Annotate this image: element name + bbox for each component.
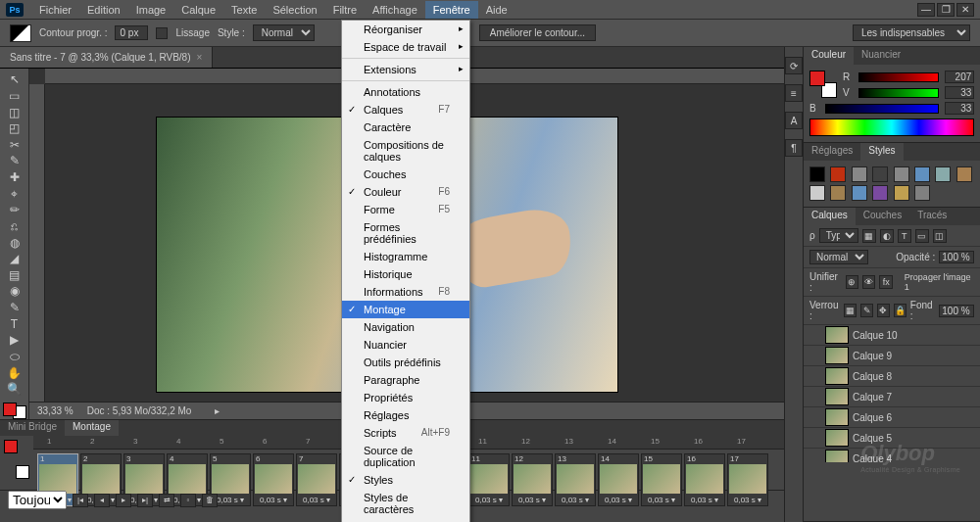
menu-item-formes-pr-d-finies[interactable]: Formes prédéfinies	[342, 218, 469, 248]
play-button[interactable]: ▸	[116, 494, 131, 507]
style-swatch-5[interactable]	[914, 166, 930, 182]
color-fgbg-swatch[interactable]	[809, 71, 837, 98]
menu-selection[interactable]: Sélection	[265, 1, 324, 19]
style-select[interactable]: Normal	[253, 24, 315, 41]
timeline-frame[interactable]: 130,03 s ▾	[555, 453, 596, 506]
tool-13[interactable]: ◉	[4, 284, 25, 299]
close-button[interactable]: ✕	[956, 3, 974, 17]
zoom-level[interactable]: 33,33 %	[37, 405, 74, 416]
menu-item-informations[interactable]: InformationsF8	[342, 283, 469, 301]
menu-item-historique[interactable]: Historique	[342, 265, 469, 283]
unify-style-icon[interactable]: fx	[879, 275, 892, 289]
properties-icon[interactable]: ≡	[785, 84, 803, 102]
channel-V-slider[interactable]	[858, 88, 939, 98]
maximize-button[interactable]: ❐	[937, 3, 955, 17]
lock-all-icon[interactable]: 🔒	[894, 304, 906, 317]
tab-montage[interactable]: Montage	[65, 420, 119, 436]
delete-frame-button[interactable]: 🗑	[202, 494, 218, 507]
menu-image[interactable]: Image	[128, 1, 174, 19]
tool-10[interactable]: ◍	[4, 235, 25, 250]
unify-pos-icon[interactable]: ⊕	[846, 275, 858, 289]
timeline-frame[interactable]: 140,03 s ▾	[598, 453, 639, 506]
timeline-frame[interactable]: 160,03 s ▾	[684, 453, 725, 506]
tab-mini-bridge[interactable]: Mini Bridge	[0, 420, 65, 436]
menu-fichier[interactable]: Fichier	[31, 1, 79, 19]
opacity-input[interactable]	[939, 251, 974, 263]
frame-duration[interactable]: 0,03 s ▾	[605, 495, 632, 505]
tool-preset-icon[interactable]	[10, 24, 31, 42]
tool-0[interactable]: ↖	[4, 72, 25, 87]
tool-16[interactable]: ▶	[4, 333, 25, 348]
menu-item-r-glages[interactable]: Réglages	[342, 406, 469, 424]
menu-texte[interactable]: Texte	[223, 1, 265, 19]
frame-duration[interactable]: 0,03 s ▾	[562, 495, 589, 505]
tool-2[interactable]: ◫	[4, 105, 25, 119]
menu-item-nuancier[interactable]: Nuancier	[342, 336, 469, 354]
blend-mode-select[interactable]: Normal	[809, 250, 868, 264]
channel-B-input[interactable]	[945, 102, 974, 115]
tool-12[interactable]: ▤	[4, 268, 25, 283]
tween-button[interactable]: ⇄	[159, 494, 174, 507]
layer-row[interactable]: Calque 10	[804, 325, 980, 346]
style-swatch-13[interactable]	[914, 185, 930, 201]
menu-item-compositions-de-calques[interactable]: Compositions de calques	[342, 136, 469, 166]
prev-frame-button[interactable]: ◂	[94, 494, 110, 507]
tool-11[interactable]: ◢	[4, 252, 25, 266]
tool-4[interactable]: ✂	[4, 138, 25, 153]
status-play-icon[interactable]: ▸	[215, 405, 220, 416]
next-frame-button[interactable]: ▸|	[137, 494, 153, 507]
menu-aide[interactable]: Aide	[478, 1, 515, 19]
layer-row[interactable]: Calque 4	[804, 449, 980, 462]
tool-5[interactable]: ✎	[4, 154, 25, 168]
refine-edge-button[interactable]: Améliorer le contour...	[479, 24, 596, 41]
timeline-frame[interactable]: 110,03 s ▾	[468, 453, 510, 506]
menu-item-annotations[interactable]: Annotations	[342, 83, 469, 101]
tab-couleur[interactable]: Couleur	[804, 47, 854, 65]
filter-smart-icon[interactable]: ◫	[933, 229, 947, 243]
new-frame-button[interactable]: ▫	[180, 494, 196, 507]
style-swatch-9[interactable]	[830, 185, 846, 201]
frame-duration[interactable]: 0,03 s ▾	[734, 495, 761, 505]
menu-item-styles[interactable]: Styles	[342, 471, 469, 489]
unify-vis-icon[interactable]: 👁	[862, 275, 875, 289]
style-swatch-4[interactable]	[894, 166, 909, 182]
style-swatch-3[interactable]	[872, 166, 888, 182]
menu-item-histogramme[interactable]: Histogramme	[342, 248, 469, 265]
menu-item-outils-pr-d-finis[interactable]: Outils prédéfinis	[342, 354, 469, 371]
filter-shape-icon[interactable]: ▭	[915, 229, 929, 243]
filter-adjust-icon[interactable]: ◐	[880, 229, 894, 243]
tab-calques[interactable]: Calques	[804, 208, 856, 225]
layer-row[interactable]: Calque 5	[804, 428, 980, 449]
tool-18[interactable]: ✋	[4, 365, 25, 380]
menu-item-navigation[interactable]: Navigation	[342, 318, 469, 336]
style-swatch-10[interactable]	[852, 185, 867, 201]
timeline-frame[interactable]: 150,03 s ▾	[641, 453, 682, 506]
close-tab-icon[interactable]: ×	[197, 52, 203, 63]
menu-item-styles-de-caract-res[interactable]: Styles de caractères	[342, 489, 469, 518]
timeline-frame[interactable]: 70,03 s ▾	[296, 453, 337, 506]
menu-edition[interactable]: Edition	[79, 1, 128, 19]
menu-item-forme[interactable]: FormeF5	[342, 201, 469, 218]
tool-9[interactable]: ⎌	[4, 219, 25, 234]
feather-input[interactable]	[115, 25, 148, 40]
menu-item-montage[interactable]: Montage	[342, 301, 469, 318]
frame-duration[interactable]: 0,03 s ▾	[260, 495, 287, 505]
workspace-switcher[interactable]: Les indispensables	[853, 24, 970, 41]
timeline-fgbg-swatch[interactable]	[4, 440, 29, 479]
channel-V-input[interactable]	[945, 86, 974, 99]
menu-filtre[interactable]: Filtre	[325, 1, 365, 19]
frame-duration[interactable]: 0,03 s ▾	[475, 495, 503, 505]
menu-item-source-de-duplication[interactable]: Source de duplication	[342, 442, 469, 471]
tool-3[interactable]: ◰	[4, 121, 25, 136]
loop-select[interactable]: Toujours	[8, 491, 67, 509]
menu-item-styles-de-paragraphes[interactable]: Styles de paragraphes	[342, 518, 469, 522]
timeline-frame[interactable]: 60,03 s ▾	[253, 453, 294, 506]
lock-pixel-icon[interactable]: ✎	[860, 304, 873, 317]
tool-1[interactable]: ▭	[4, 89, 25, 104]
style-swatch-8[interactable]	[809, 185, 825, 201]
style-swatch-6[interactable]	[935, 166, 951, 182]
filter-pixel-icon[interactable]: ▦	[862, 229, 876, 243]
minimize-button[interactable]: —	[917, 3, 935, 17]
frame-duration[interactable]: 0,03 s ▾	[303, 495, 330, 505]
menu-item-r-organiser[interactable]: Réorganiser	[342, 21, 469, 38]
